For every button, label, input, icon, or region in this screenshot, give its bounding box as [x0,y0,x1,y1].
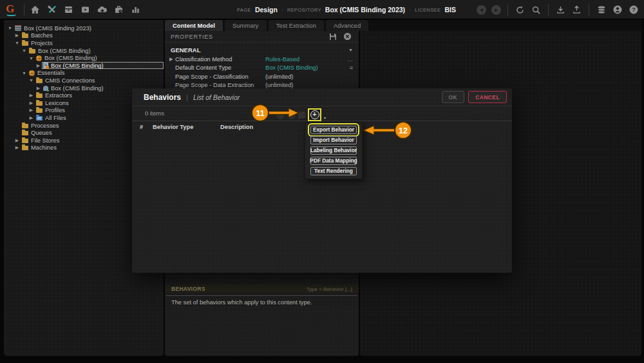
tree-item-label: Box (CMIS Binding) [44,55,97,61]
tree-expander-icon[interactable]: ▼ [28,78,35,83]
files-node-icon [36,116,43,121]
help-icon[interactable]: ? [628,5,639,15]
move-down-icon[interactable] [287,111,296,119]
property-row[interactable]: Page Scope - Classification(unlimited) [165,72,359,81]
tree-expander-icon[interactable]: ▶ [14,33,21,38]
menu-icon[interactable]: ≡ [350,64,353,71]
menu-item-import-behavior[interactable]: Import Behavior [310,136,357,144]
property-label: Classification Method [175,56,265,63]
grooper-logo-icon[interactable]: G [6,3,19,16]
list-toolbar: 0 items + ▾ [132,106,512,121]
tree-item[interactable]: ▼Box (CMIS Binding) [4,47,164,55]
tree-item[interactable]: ▼CMIS Connections [4,77,164,84]
menu-item-export-behavior[interactable]: Export Behavior [310,126,357,134]
tree-expander-icon[interactable]: ▼ [14,41,21,45]
tree-item-label: Batches [31,32,53,39]
database-icon[interactable] [596,5,607,15]
search-icon[interactable] [531,5,542,15]
folder-node-icon [36,108,43,113]
tree-expander-icon[interactable]: ▼ [6,26,14,30]
tab-content-model[interactable]: Content Model [165,20,223,31]
menu-item-text-rendering[interactable]: Text Rendering [310,167,357,175]
menu-item-labeling-behavior[interactable]: Labeling Behavior [310,146,357,155]
user-icon[interactable] [612,5,623,15]
property-label: Page Scope - Classification [175,74,265,80]
selected-property-row[interactable]: BEHAVIORS Type = Behavior [...] [165,285,359,293]
folder-node-icon [22,34,28,38]
property-value[interactable]: (unlimited) [265,74,293,80]
property-grid: ▶Classification MethodRules-Based…Defaul… [165,55,359,90]
tree-expander-icon[interactable]: ▶ [28,93,35,98]
property-value[interactable]: (unlimited) [265,82,293,88]
delete-icon[interactable] [298,112,305,119]
batches-icon[interactable] [63,4,74,15]
tree-item[interactable]: ▶Box (CMIS Binding) [4,62,164,70]
tree-item-label: Processes [31,123,59,129]
tab-test-extraction[interactable]: Test Extraction [269,20,324,31]
repository-value[interactable]: Box (CMIS Binding 2023) [325,6,405,14]
dialog-title: Behaviors [144,93,181,102]
breadcrumb: PAGE Design · REPOSITORY Box (CMIS Bindi… [237,0,456,19]
property-value[interactable]: Box (CMIS Binding) [265,64,318,71]
folder-node-icon [36,93,43,98]
tree-expander-icon[interactable]: ▼ [21,71,28,75]
folder-node-icon [22,124,28,128]
cancel-button[interactable]: CANCEL [468,91,507,103]
media-icon[interactable] [80,4,91,15]
tree-item-label: Queues [31,130,52,136]
app-window: G PAGE Design · REPOSITORY [0,0,644,363]
page-value[interactable]: Design [255,6,278,14]
tree-expander-icon[interactable]: ▶ [28,101,35,106]
tree-expander-icon[interactable]: ▶ [14,138,21,143]
close-icon[interactable] [342,31,353,42]
dialog-header: Behaviors | List of Behavior OK CANCEL [132,88,512,106]
upload-icon[interactable] [571,5,582,15]
items-count: 0 items [145,110,164,117]
tree-expander-icon[interactable]: ▶ [35,63,42,68]
ok-button[interactable]: OK [442,91,465,103]
move-up-icon[interactable] [276,111,285,119]
home-icon[interactable] [30,4,41,15]
tab-advanced[interactable]: Advanced [326,20,368,31]
stats-icon[interactable] [130,4,141,15]
property-row[interactable]: ▶Classification MethodRules-Based… [165,55,359,64]
section-general[interactable]: GENERAL ▼ [165,45,359,55]
tree-item[interactable]: ▶Batches [4,32,164,40]
tree-expander-icon[interactable]: ▼ [21,48,28,53]
add-dropdown-caret-icon[interactable]: ▾ [324,115,326,120]
tab-summary[interactable]: Summary [225,20,267,31]
main-nav-icons [30,4,141,15]
save-icon[interactable] [327,31,338,42]
back-icon[interactable]: ◂ [477,5,486,15]
tree-item-label: Box (CMIS Binding) [51,85,104,92]
tree-item[interactable]: ▼Projects [4,39,164,47]
tree-expander-icon[interactable]: ▼ [28,56,35,61]
add-highlight-ring: + [308,108,321,121]
behaviors-dialog: Behaviors | List of Behavior OK CANCEL 0… [132,88,512,273]
tree-item[interactable]: ▼Box (CMIS Binding) [4,54,164,62]
tools-icon[interactable] [46,4,57,15]
menu-item-pdf-data-mapping[interactable]: PDF Data Mapping [310,157,357,165]
tree-expander-icon[interactable]: ▶ [28,115,35,121]
tree-item[interactable]: ▼Box (CMIS Binding 2023) [4,25,164,32]
tree-expander-icon[interactable]: ▶ [14,145,21,150]
download-icon[interactable] [555,5,566,15]
property-value[interactable]: Rules-Based [265,56,299,63]
tree-item[interactable]: ▼Essentials [4,70,164,77]
tree-item-label: Lexicons [45,100,69,106]
tree-expander-icon[interactable]: ▶ [35,86,42,91]
refresh-icon[interactable] [515,5,526,15]
add-behavior-button[interactable]: + [310,110,319,119]
tree-expander-icon[interactable]: ▶ [28,108,35,113]
tree-item-label: Extractors [45,92,72,99]
ellipsis-icon[interactable]: … [347,56,353,63]
cloud-upload-icon[interactable] [97,4,108,15]
jobs-icon[interactable] [113,4,124,15]
topbar-right-icons: ◂ ▸ ? [477,0,639,19]
tree-item-label: All Files [45,115,66,121]
forward-icon[interactable]: ▸ [491,5,501,15]
folder-node-icon [22,146,28,150]
property-row[interactable]: Default Content TypeBox (CMIS Binding)≡ [165,64,359,73]
tree-item-label: Box (CMIS Binding 2023) [24,25,91,32]
folder-node-icon [36,79,43,83]
